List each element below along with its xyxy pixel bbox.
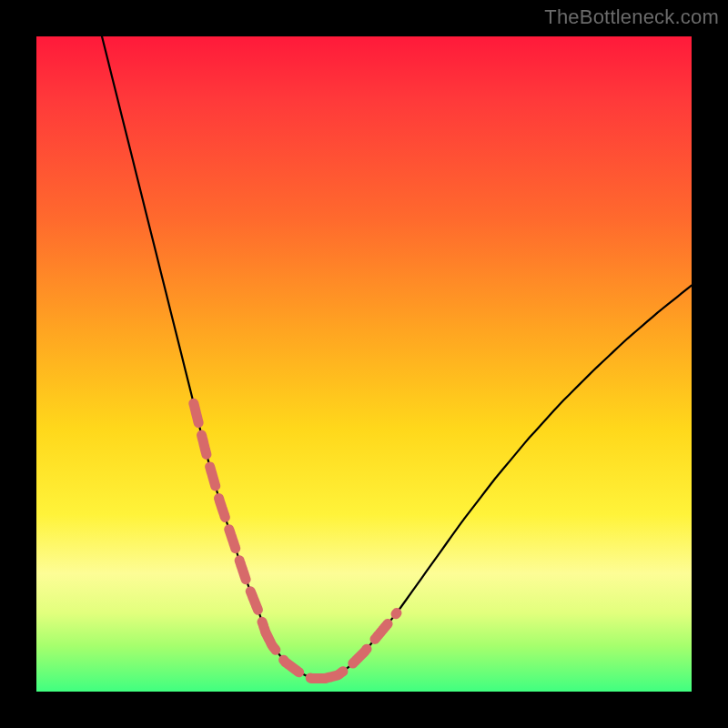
dash-segment-right [325, 613, 397, 679]
dash-overlay-layer [36, 36, 692, 692]
plot-area [36, 36, 692, 692]
watermark-text: TheBottleneck.com [544, 5, 719, 29]
chart-frame: TheBottleneck.com [0, 0, 728, 728]
dash-segment-bottom [266, 632, 325, 678]
dash-segment-left [194, 403, 266, 632]
